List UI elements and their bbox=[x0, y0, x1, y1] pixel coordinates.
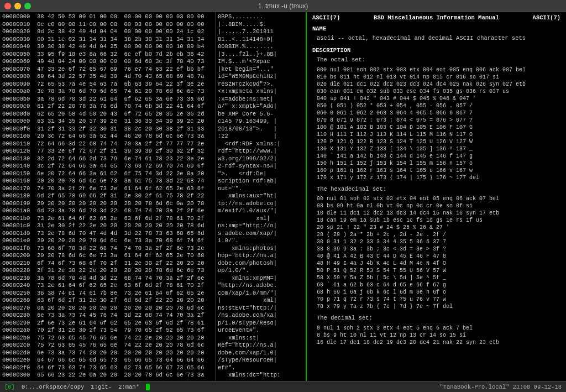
hex-line: 000000d0 62 65 20 58 4d 50 20 43 6f 72 6… bbox=[2, 111, 213, 118]
hex-line: 00000100 20 3c 72 64 66 3a 52 44 46 20 7… bbox=[2, 133, 213, 140]
statusbar: [0] 0:...orkspace/copy 1:git- 2:man* "Ta… bbox=[0, 381, 566, 392]
text-line: reSzNTczkc9d"?>. bbox=[218, 81, 303, 88]
hex-line: 00000050 33 95 f9 18 e3 8a 66 32 6c ef b… bbox=[2, 51, 213, 59]
hex-line: 000002c0 75 72 63 65 45 76 65 6e 74 22 2… bbox=[2, 342, 213, 349]
text-line: |ket begin="..." bbox=[218, 66, 303, 74]
hex-line: 00000150 6e 20 72 64 66 3a 61 62 6f 75 7… bbox=[2, 170, 213, 178]
hex-line: 00000120 77 33 2e 6f 72 67 2f 31 39 39 3… bbox=[2, 148, 213, 155]
minimize-button[interactable] bbox=[14, 3, 21, 9]
text-line: com/xap/1.0/mm/"| bbox=[218, 290, 303, 297]
text-line: op/1.0/". bbox=[218, 267, 303, 275]
text-line: rdf="http://www.| bbox=[218, 148, 303, 155]
text-panel[interactable]: 8BPS.........|..8BIM.....$.|......7..201… bbox=[216, 12, 307, 381]
hex-line: 00000110 72 64 66 3d 22 68 74 74 70 3a 2… bbox=[2, 140, 213, 148]
hex-line: 000002a0 70 2f 31 2e 30 2f 73 54 79 70 6… bbox=[2, 327, 213, 334]
octal-row: 150 h 151 i 152 j 153 k 154 l 155 m 156 … bbox=[317, 160, 560, 167]
text-line: dobe.com/xap/1.0| bbox=[218, 349, 303, 357]
traffic-lights bbox=[4, 3, 31, 9]
hex-line: 00000000 38 42 50 53 00 01 00 00 00 00 0… bbox=[2, 13, 213, 21]
octal-row: 050 ( 051 ) 052 * 053 + 054 , 055 - 056 … bbox=[317, 102, 560, 109]
octal-row: 060 0 061 1 062 2 063 3 064 4 065 5 066 … bbox=[317, 109, 560, 117]
octal-row: 040 sp 041 ! 042 " 043 # 044 $ 045 % 046… bbox=[317, 95, 560, 102]
statusbar-right: "TanaBook-Pro.local" 21:00 09-12-18 bbox=[439, 384, 562, 390]
text-line: |3....f2l..}+.8B| bbox=[218, 51, 303, 59]
fullscreen-button[interactable] bbox=[24, 3, 31, 9]
hex-row: 10 dle 11 dc1 12 dc2 13 dc3 14 dc4 15 na… bbox=[317, 210, 560, 217]
hex-line: 000000a0 3c 78 3a 78 6d 70 6d 65 74 61 2… bbox=[2, 88, 213, 96]
man-header-left: ASCII(7) bbox=[312, 14, 340, 22]
hex-row: 30 0 31 1 32 2 33 3 34 4 35 5 36 6 37 7 bbox=[317, 238, 560, 245]
main-content: 00000000 38 42 50 53 00 01 00 00 00 00 0… bbox=[0, 12, 566, 381]
hex-line: 00000180 6d 2f 65 78 69 66 2f 31 2e 30 2… bbox=[2, 192, 213, 200]
hex-row: 38 8 39 9 3a : 3b ; 3c < 3d = 3e > 3f ? bbox=[317, 245, 560, 253]
text-line: a/" x:xmptk="Ado| bbox=[218, 103, 303, 111]
window-0[interactable]: 0:...orkspace/copy bbox=[22, 384, 84, 390]
hex-line: 000001f0 73 68 6f 70 3d 22 68 74 74 70 3… bbox=[2, 245, 213, 253]
hex-row: 40 @ 41 A 42 B 43 C 44 D 45 E 46 F 47 G bbox=[317, 253, 560, 260]
window-1[interactable]: 1:git- bbox=[91, 384, 112, 390]
octal-row: 000 nul 001 soh 002 stx 003 etx 004 eot … bbox=[317, 66, 560, 74]
man-header-center: BSD Miscellaneous Information Manual bbox=[374, 14, 499, 22]
text-line: <x:xmpmeta xmlns| bbox=[218, 88, 303, 96]
man-panel[interactable]: ASCII(7) BSD Miscellaneous Information M… bbox=[307, 12, 566, 381]
hex-line: 00000190 20 20 20 20 20 20 20 20 20 20 7… bbox=[2, 200, 213, 208]
hex-line: 00000020 9d 2c 38 42 49 4d 04 04 00 00 0… bbox=[2, 28, 213, 36]
hex-line: 00000170 74 70 3a 2f 2f 6e 73 2e 61 64 6… bbox=[2, 185, 213, 193]
text-line: :22 | bbox=[218, 133, 303, 140]
hex-line: 000001a0 6d 73 3a 78 6d 70 3d 22 68 74 7… bbox=[2, 207, 213, 215]
text-line: xmlns:xmpMM=| bbox=[218, 275, 303, 283]
octal-row: 020 dle 021 dc1 022 dc2 023 dc3 024 dc4 … bbox=[317, 81, 560, 88]
octal-row: 130 X 131 Y 132 Z 133 [ 134 \ 135 ] 136 … bbox=[317, 145, 560, 153]
hex-line: 000002d0 6e 73 3a 73 74 20 20 20 20 20 2… bbox=[2, 349, 213, 357]
octal-row: 140 ` 141 a 142 b 143 c 144 d 145 e 146 … bbox=[317, 153, 560, 160]
window-2[interactable]: 2:man* bbox=[118, 384, 139, 390]
text-line: ns:stEvt="http:/| bbox=[218, 305, 303, 312]
text-line: scription rdf:ab| bbox=[218, 177, 303, 185]
octal-row: 110 H 111 I 112 J 113 K 114 L 115 M 116 … bbox=[317, 131, 560, 138]
close-button[interactable] bbox=[4, 3, 11, 9]
text-line: 01..<..114148+0| bbox=[218, 36, 303, 44]
hex-row: 50 P 51 Q 52 R 53 S 54 T 55 U 56 V 57 W bbox=[317, 267, 560, 274]
text-line: s.adobe.com/xap/| bbox=[218, 230, 303, 238]
hex-line: 000001b0 73 2e 61 64 6f 62 65 2e 63 6f 6… bbox=[2, 215, 213, 223]
hex-table: 00 nul 01 soh 02 stx 03 etx 04 eot 05 en… bbox=[312, 195, 560, 310]
hex-line: 00000080 69 64 3d 22 57 35 4d 30 4d 70 4… bbox=[2, 73, 213, 81]
hex-row: 28 ( 29 ) 2a * 2b + 2c , 2d - 2e . 2f / bbox=[317, 231, 560, 238]
hex-row: 60 ` 61 a 62 b 63 c 64 d 65 e 66 f 67 g bbox=[317, 281, 560, 289]
hex-row: 20 sp 21 ! 22 " 23 # 24 $ 25 % 26 & 27 ' bbox=[317, 224, 560, 231]
text-line: |......7..201811 bbox=[218, 28, 303, 36]
dec-set-label: The decimal set: bbox=[317, 315, 373, 321]
hex-line: 000000b0 3a 78 6d 70 3d 22 61 64 6f 62 6… bbox=[2, 96, 213, 103]
text-line: 2-rdf-syntax-ns#| bbox=[218, 163, 303, 170]
hex-panel[interactable]: 00000000 38 42 50 53 00 01 00 00 00 00 0… bbox=[0, 12, 216, 381]
text-line: IM.$...m'<?xpac bbox=[218, 58, 303, 66]
octal-row: 160 p 161 q 162 r 163 s 164 t 165 u 166 … bbox=[317, 167, 560, 174]
hex-line: 000001e0 20 20 20 20 20 78 6d 6c 6e 73 3… bbox=[2, 237, 213, 245]
hex-row: 00 nul 01 soh 02 stx 03 etx 04 eot 05 en… bbox=[317, 195, 560, 202]
hex-line: 000002e0 64 67 66 6c 65 6d 65 73 65 66 6… bbox=[2, 357, 213, 364]
hex-line: 00000070 47 33 2e 6f 72 65 67 69 76 e7 7… bbox=[2, 66, 213, 74]
text-line: c145 79.163499, | bbox=[218, 118, 303, 126]
text-line: id="W5M0MpCehiHz| bbox=[218, 73, 303, 81]
dec-row: 16 dle 17 dc1 18 dc2 19 dc3 20 dc4 21 na… bbox=[317, 339, 560, 346]
hex-line: 00000300 65 66 23 22 2e 0a 20 20 20 20 7… bbox=[2, 372, 213, 379]
text-line: dobe.com/photosh| bbox=[218, 260, 303, 268]
hex-row: 08 bs 09 ht 0a nl 0b vt 0c np 0d cr 0e s… bbox=[317, 202, 560, 210]
dec-table: 0 nul 1 soh 2 stx 3 etx 4 eot 5 enq 6 ac… bbox=[312, 325, 560, 346]
text-line: 8BPS......... bbox=[218, 13, 303, 21]
text-line: :x=adobe:ns:met| bbox=[218, 96, 303, 103]
text-line: m/exif/1.0/aux/"| bbox=[218, 207, 303, 215]
hex-row: 70 p 71 q 72 r 73 s 74 t 75 u 76 v 77 w bbox=[317, 296, 560, 303]
name-label: NAME bbox=[312, 25, 326, 32]
hex-line: 00000250 36 38 74 61 74 61 7b 8e 73 2e 6… bbox=[2, 290, 213, 297]
text-line: Ref="http://ns.a| bbox=[218, 342, 303, 349]
text-line: w3.org/1999/02/2| bbox=[218, 155, 303, 163]
text-line: /ns.adobe.com/xa| bbox=[218, 312, 303, 320]
hex-line: 00000270 0a 20 20 20 20 20 20 20 20 20 2… bbox=[2, 305, 213, 312]
text-line: ef#". bbox=[218, 364, 303, 372]
hex-line: 00000040 30 30 38 42 49 4d 04 25 00 00 0… bbox=[2, 43, 213, 51]
text-line: be XMP Core 5.6- bbox=[218, 111, 303, 118]
hex-line: 00000060 49 4d 04 24 00 00 00 00 00 6d 6… bbox=[2, 58, 213, 66]
hex-line: 00000240 73 2e 61 64 6f 62 65 2e 63 6f 6… bbox=[2, 282, 213, 290]
text-line: 2018/08/13">. | bbox=[218, 126, 303, 133]
